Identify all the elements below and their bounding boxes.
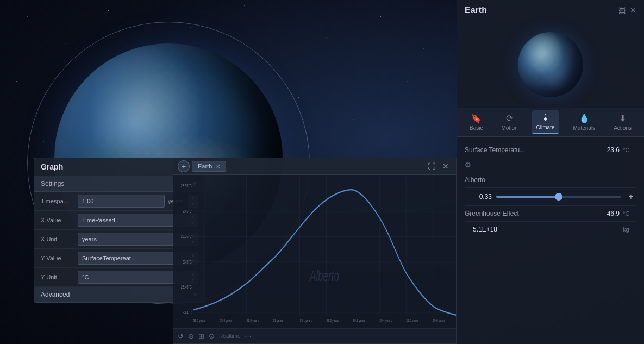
tab-actions[interactable]: ⬇ Actions bbox=[609, 110, 636, 134]
svg-text:39.5 years: 39.5 years bbox=[406, 318, 418, 323]
earth-tab[interactable]: Earth ✕ bbox=[192, 161, 226, 172]
realtime-label[interactable]: Realtime bbox=[219, 333, 240, 339]
surface-temp-field: Surface Temperatu... 23.6 °C bbox=[465, 142, 636, 158]
greenhouse-unit: °C bbox=[623, 210, 636, 217]
svg-point-5 bbox=[326, 37, 326, 38]
tab-motion-label: Motion bbox=[502, 125, 518, 131]
y-value-input[interactable] bbox=[78, 252, 187, 265]
panel-header-icons: 🖼 ✕ bbox=[618, 6, 636, 15]
camera-icon[interactable]: 🖼 bbox=[618, 7, 626, 15]
svg-text:39.7 years: 39.7 years bbox=[193, 318, 206, 323]
svg-point-6 bbox=[380, 16, 381, 17]
tab-basic-label: Basic bbox=[470, 125, 483, 131]
surface-temp-label: Surface Temperatu... bbox=[465, 146, 587, 154]
svg-point-1 bbox=[65, 43, 65, 43]
slider-value: 0.33 bbox=[465, 193, 492, 201]
close-panel-icon[interactable]: ✕ bbox=[630, 6, 636, 15]
greenhouse-field: Greenhouse Effect 46.9 °C bbox=[465, 206, 636, 222]
svg-point-13 bbox=[353, 120, 354, 120]
svg-text:39.8 years: 39.8 years bbox=[220, 318, 233, 323]
svg-text:39 years: 39 years bbox=[273, 318, 284, 323]
y-unit-input[interactable] bbox=[78, 271, 187, 284]
gear-icon[interactable]: ⚙ bbox=[465, 161, 471, 169]
svg-text:23.4°C: 23.4°C bbox=[183, 309, 192, 315]
actions-icon: ⬇ bbox=[619, 113, 626, 123]
y-unit-label: Y Unit bbox=[41, 274, 78, 280]
alberto-row: Alberto bbox=[465, 172, 636, 188]
y-value-label: Y Value bbox=[41, 255, 78, 261]
svg-text:39.1 years: 39.1 years bbox=[299, 318, 312, 323]
tab-basic[interactable]: 🔖 Basic bbox=[465, 110, 487, 134]
slider-thumb[interactable] bbox=[555, 193, 562, 201]
tab-climate-label: Climate bbox=[536, 124, 555, 130]
tab-close-icon[interactable]: ✕ bbox=[216, 164, 220, 170]
x-unit-input[interactable] bbox=[78, 233, 187, 246]
reset-icon[interactable]: ↺ bbox=[178, 332, 184, 340]
alberto-label: Alberto bbox=[465, 176, 636, 184]
svg-text:39.3 years: 39.3 years bbox=[353, 318, 365, 323]
x-unit-label: X Unit bbox=[41, 236, 78, 242]
svg-text:39.9 years: 39.9 years bbox=[247, 318, 259, 323]
svg-text:Alberto: Alberto bbox=[309, 267, 339, 284]
grid-icon[interactable]: ⊞ bbox=[198, 332, 204, 340]
right-panel: Earth 🖼 ✕ 🔖 Basic ⟳ Motion 🌡 Climate 💧 M… bbox=[457, 0, 644, 344]
bottom-value-field: 5.1E+18 kg bbox=[465, 222, 636, 237]
advanced-label: Advanced bbox=[41, 291, 70, 298]
greenhouse-value: 46.9 bbox=[587, 210, 620, 217]
timespan-label: Timespa... bbox=[41, 198, 78, 204]
bottom-unit: kg bbox=[623, 226, 636, 233]
svg-point-2 bbox=[108, 10, 109, 11]
plus-button[interactable]: + bbox=[626, 192, 636, 202]
materials-icon: 💧 bbox=[579, 113, 590, 123]
svg-point-7 bbox=[423, 48, 424, 49]
chart-tabs: + Earth ✕ ⛶ ✕ bbox=[173, 158, 456, 175]
chart-area: + Earth ✕ ⛶ ✕ bbox=[173, 158, 457, 344]
climate-icon: 🌡 bbox=[541, 113, 550, 123]
tab-materials-label: Materials bbox=[573, 125, 596, 131]
slider-row: 0.33 + bbox=[465, 188, 636, 206]
svg-text:23.65°C: 23.65°C bbox=[181, 183, 192, 189]
svg-point-12 bbox=[298, 97, 299, 98]
nav-tabs: 🔖 Basic ⟳ Motion 🌡 Climate 💧 Materials ⬇… bbox=[457, 108, 644, 137]
surface-temp-value: 23.6 bbox=[587, 146, 620, 154]
chart-toolbar: ↺ ⊕ ⊞ ⊙ Realtime ⋯ bbox=[173, 328, 456, 343]
x-value-input[interactable] bbox=[78, 214, 187, 227]
close-chart-icon[interactable]: ✕ bbox=[440, 160, 452, 172]
add-tab-button[interactable]: + bbox=[178, 160, 190, 172]
timespan-input[interactable] bbox=[78, 195, 165, 208]
surface-temp-unit: °C bbox=[623, 147, 636, 153]
svg-point-9 bbox=[407, 81, 408, 82]
expand-icon[interactable]: ⛶ bbox=[426, 160, 437, 172]
svg-text:39.6 years: 39.6 years bbox=[433, 318, 445, 323]
tab-label: Earth bbox=[198, 163, 212, 170]
slider-track[interactable] bbox=[496, 196, 621, 198]
zoom-add-icon[interactable]: ⊕ bbox=[188, 332, 194, 340]
bottom-value: 5.1E+18 bbox=[465, 226, 497, 233]
svg-text:23.45°C: 23.45°C bbox=[181, 284, 192, 290]
bookmark-icon: 🔖 bbox=[471, 113, 482, 123]
svg-text:23.5°C: 23.5°C bbox=[183, 259, 192, 265]
x-value-label: X Value bbox=[41, 217, 78, 223]
svg-text:23.55°C: 23.55°C bbox=[181, 234, 192, 240]
settings-label: Settings bbox=[41, 180, 64, 187]
more-icon[interactable]: ⋯ bbox=[245, 332, 252, 340]
panel-title: Earth bbox=[465, 5, 487, 15]
tab-climate[interactable]: 🌡 Climate bbox=[532, 110, 559, 134]
svg-text:23.6°C: 23.6°C bbox=[183, 208, 192, 214]
panel-header: Earth 🖼 ✕ bbox=[457, 0, 644, 21]
svg-text:39.4 years: 39.4 years bbox=[379, 318, 392, 323]
target-icon[interactable]: ⊙ bbox=[209, 332, 215, 340]
tab-motion[interactable]: ⟳ Motion bbox=[497, 110, 522, 134]
svg-point-4 bbox=[244, 5, 245, 6]
greenhouse-label: Greenhouse Effect bbox=[465, 210, 587, 217]
chart-svg-area: 23.65°C 23.6°C 23.55°C 23.5°C 23.45°C 23… bbox=[173, 176, 456, 343]
svg-text:39.2 years: 39.2 years bbox=[326, 318, 339, 323]
climate-gear-row: ⚙ bbox=[465, 158, 636, 172]
earth-thumbnail bbox=[518, 32, 583, 97]
svg-point-8 bbox=[16, 81, 17, 82]
tab-actions-label: Actions bbox=[614, 125, 632, 131]
tab-materials[interactable]: 💧 Materials bbox=[569, 110, 600, 134]
motion-icon: ⟳ bbox=[506, 113, 513, 123]
slider-fill bbox=[496, 196, 559, 198]
svg-point-0 bbox=[27, 16, 28, 17]
